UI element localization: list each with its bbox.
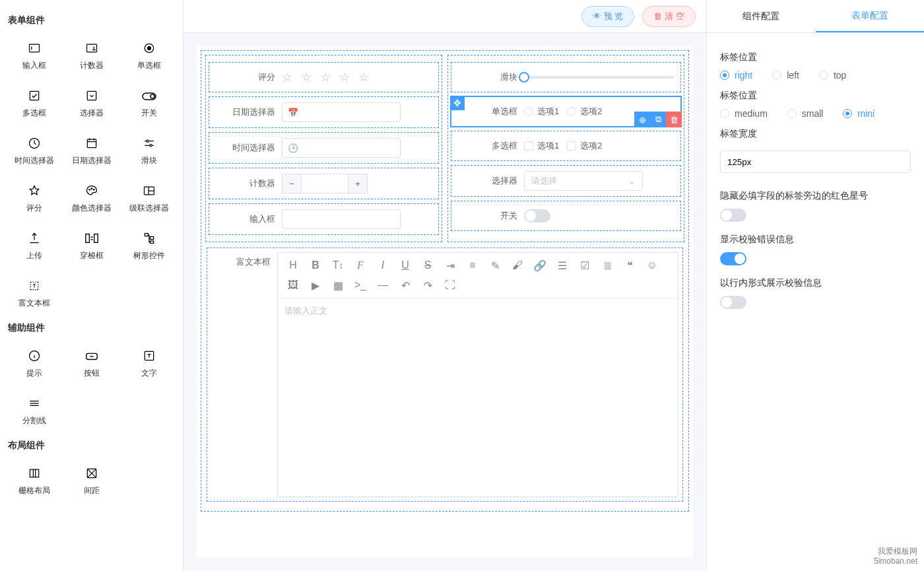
rte-fullscreen-icon[interactable]: ⛶ bbox=[439, 275, 461, 295]
switch-control[interactable] bbox=[524, 209, 550, 222]
rte-lineheight-icon[interactable]: ≡ bbox=[461, 255, 484, 275]
layout-col-left[interactable]: 评分 ☆ ☆ ☆ ☆ ☆ 日期选择器 📅 时间选择器 🕒 bbox=[205, 55, 442, 242]
comp-gap[interactable]: 间距 bbox=[63, 458, 120, 502]
rte-foreground-icon[interactable]: ✎ bbox=[484, 255, 506, 275]
select-placeholder: 请选择 bbox=[531, 175, 557, 187]
rte-italic-icon[interactable]: I bbox=[372, 255, 394, 275]
slider-thumb[interactable] bbox=[519, 72, 529, 83]
comp-text[interactable]: 文字 bbox=[120, 341, 178, 384]
time-input[interactable]: 🕒 bbox=[282, 138, 401, 158]
comp-input[interactable]: 输入框 bbox=[5, 33, 63, 77]
rte-body[interactable]: 请输入正文 bbox=[278, 298, 678, 496]
rte-strike-icon[interactable]: S bbox=[416, 255, 439, 275]
comp-radio[interactable]: 单选框 bbox=[120, 33, 178, 77]
comp-rate[interactable]: 评分 bbox=[5, 176, 63, 219]
comp-upload[interactable]: 上传 bbox=[5, 223, 63, 267]
comp-date[interactable]: 日期选择器 bbox=[63, 128, 120, 172]
comp-counter[interactable]: 计数器 bbox=[63, 33, 120, 77]
label-width-input[interactable] bbox=[720, 151, 911, 173]
form-item-input[interactable]: 输入框 bbox=[209, 203, 439, 235]
rte-indent-icon[interactable]: ⇥ bbox=[439, 255, 461, 275]
form-item-rate[interactable]: 评分 ☆ ☆ ☆ ☆ ☆ bbox=[209, 62, 439, 92]
rte-redo-icon[interactable]: ↷ bbox=[416, 275, 439, 295]
rte-quote-icon[interactable]: ❝ bbox=[618, 255, 641, 275]
rte-fontsize-icon[interactable]: T↕ bbox=[327, 255, 349, 275]
tool-clone[interactable]: ⊕ bbox=[634, 112, 650, 127]
rte-video-icon[interactable]: ▶ bbox=[304, 275, 327, 295]
comp-checkbox[interactable]: 多选框 bbox=[5, 81, 63, 124]
checkbox-option[interactable]: 选项2 bbox=[567, 140, 602, 152]
show-error-switch[interactable] bbox=[720, 252, 746, 265]
form-item-checkbox[interactable]: 多选框 选项1 选项2 bbox=[451, 131, 681, 161]
form-item-radio[interactable]: ✥ 单选框 选项1 选项2 ⊕ ⧉ 🗑 bbox=[451, 96, 681, 127]
comp-time[interactable]: 时间选择器 bbox=[5, 128, 63, 172]
counter-value[interactable] bbox=[302, 174, 348, 193]
canvas-scroll[interactable]: 评分 ☆ ☆ ☆ ☆ ☆ 日期选择器 📅 时间选择器 🕒 bbox=[183, 33, 706, 571]
comp-divider[interactable]: 分割线 bbox=[5, 388, 63, 432]
rte-check-icon[interactable]: ☑ bbox=[574, 255, 596, 275]
tool-copy[interactable]: ⧉ bbox=[650, 112, 666, 127]
rte-underline-icon[interactable]: U bbox=[394, 255, 416, 275]
form-item-time[interactable]: 时间选择器 🕒 bbox=[209, 132, 439, 164]
rte-code-icon[interactable]: >_ bbox=[349, 275, 372, 295]
comp-richtext[interactable]: 富文本框 bbox=[5, 271, 63, 314]
clear-button[interactable]: 🗑清 空 bbox=[642, 6, 696, 27]
comp-transfer[interactable]: 穿梭框 bbox=[63, 223, 120, 267]
tab-form-config[interactable]: 表单配置 bbox=[816, 0, 925, 32]
rte-font-icon[interactable]: F bbox=[349, 255, 372, 275]
radio-top[interactable]: top bbox=[819, 70, 846, 81]
radio-option[interactable]: 选项2 bbox=[567, 106, 602, 118]
text-input[interactable] bbox=[282, 209, 401, 229]
preview-button[interactable]: 👁预 览 bbox=[581, 6, 635, 27]
comp-color[interactable]: 颜色选择器 bbox=[63, 176, 120, 219]
counter-decr[interactable]: − bbox=[282, 174, 302, 193]
comp-switch[interactable]: 开关 bbox=[120, 81, 178, 124]
comp-alert[interactable]: 提示 bbox=[5, 341, 63, 384]
rte-table-icon[interactable]: ▦ bbox=[327, 275, 349, 295]
date-input[interactable]: 📅 bbox=[282, 102, 401, 122]
rte-heading-icon[interactable]: H bbox=[282, 255, 304, 275]
comp-grid-layout[interactable]: 栅格布局 bbox=[5, 458, 63, 502]
rte-link-icon[interactable]: 🔗 bbox=[529, 255, 551, 275]
form-item-select[interactable]: 选择器 请选择⌄ bbox=[451, 165, 681, 197]
comp-tree[interactable]: 树形控件 bbox=[120, 223, 178, 267]
layout-col-right[interactable]: 滑块 ✥ 单选框 选项1 选项2 bbox=[447, 55, 684, 242]
inline-error-switch[interactable] bbox=[720, 296, 746, 309]
radio-medium[interactable]: medium bbox=[720, 108, 768, 119]
rating-stars[interactable]: ☆ ☆ ☆ ☆ ☆ bbox=[282, 70, 372, 84]
tool-delete[interactable]: 🗑 bbox=[666, 112, 682, 127]
form-item-richtext[interactable]: 富文本框 H B T↕ F I U S ⇥ ≡ bbox=[207, 248, 683, 502]
comp-slider[interactable]: 滑块 bbox=[120, 128, 178, 172]
rte-image-icon[interactable]: 🖼 bbox=[282, 275, 304, 295]
rte-undo-icon[interactable]: ↶ bbox=[394, 275, 416, 295]
drop-area[interactable]: 评分 ☆ ☆ ☆ ☆ ☆ 日期选择器 📅 时间选择器 🕒 bbox=[201, 50, 689, 512]
radio-label: right bbox=[735, 70, 752, 81]
rte-bold-icon[interactable]: B bbox=[304, 255, 327, 275]
slider-track[interactable] bbox=[524, 76, 674, 79]
radio-right[interactable]: right bbox=[720, 70, 752, 81]
form-item-date[interactable]: 日期选择器 📅 bbox=[209, 96, 439, 128]
radio-left[interactable]: left bbox=[772, 70, 799, 81]
rte-list-icon[interactable]: ☰ bbox=[551, 255, 574, 275]
checkbox-option[interactable]: 选项1 bbox=[524, 140, 559, 152]
comp-select[interactable]: 选择器 bbox=[63, 81, 120, 124]
radio-mini[interactable]: mini bbox=[843, 108, 874, 119]
comp-button[interactable]: 按钮 bbox=[63, 341, 120, 384]
radio-option[interactable]: 选项1 bbox=[524, 106, 559, 118]
svg-rect-0 bbox=[29, 44, 39, 52]
tab-component-config[interactable]: 组件配置 bbox=[707, 0, 816, 32]
rte-hr-icon[interactable]: — bbox=[372, 275, 394, 295]
form-item-counter[interactable]: 计数器 −+ bbox=[209, 168, 439, 199]
rte-background-icon[interactable]: 🖌 bbox=[506, 255, 529, 275]
move-handle[interactable]: ✥ bbox=[450, 96, 465, 110]
hide-asterisk-switch[interactable] bbox=[720, 209, 746, 222]
select-input[interactable]: 请选择⌄ bbox=[524, 171, 643, 191]
comp-cascader[interactable]: 级联选择器 bbox=[120, 176, 178, 219]
comp-label: 颜色选择器 bbox=[72, 203, 112, 214]
form-item-switch[interactable]: 开关 bbox=[451, 201, 681, 231]
counter-incr[interactable]: + bbox=[348, 174, 368, 193]
radio-small[interactable]: small bbox=[787, 108, 824, 119]
rte-emoji-icon[interactable]: ☺ bbox=[641, 255, 663, 275]
rte-align-icon[interactable]: ≣ bbox=[596, 255, 618, 275]
form-item-slider[interactable]: 滑块 bbox=[451, 62, 681, 92]
